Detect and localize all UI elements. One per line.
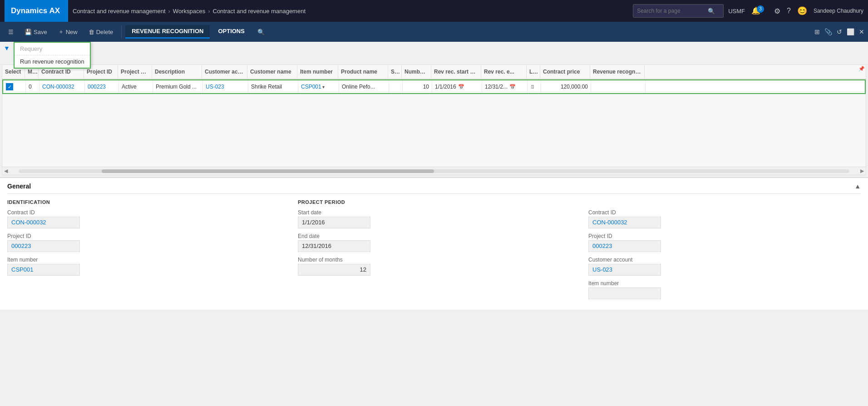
search-toolbar-button[interactable]: 🔍 [253, 26, 269, 38]
customer-account-link[interactable]: US-023 [206, 84, 224, 90]
menu-bar-area: ▼ Requery Run revenue recognition [0, 42, 868, 64]
rev-start-calendar-icon[interactable]: 📅 [458, 84, 464, 90]
item-number-link[interactable]: CSP001 [301, 84, 321, 90]
pin-icon[interactable]: 📌 [858, 66, 865, 72]
save-button[interactable]: 💾 Save [20, 26, 52, 38]
save-label: Save [34, 29, 47, 35]
rev-end-value: 12/31/2... [485, 84, 508, 90]
cell-m: 0 [26, 80, 39, 93]
col-header-product-name: Product name [338, 65, 388, 79]
field-label-right-item-number: Item number [588, 280, 861, 287]
tab-options[interactable]: OPTIONS [212, 25, 251, 39]
dropdown-item-requery[interactable]: Requery [15, 43, 90, 55]
cell-revenue-recognize [591, 80, 646, 93]
field-value-right-project-id[interactable]: 000223 [588, 240, 661, 252]
cell-l: 🗓 [528, 80, 541, 93]
field-right-project-id: Project ID 000223 [588, 233, 861, 252]
breadcrumb-item-1[interactable]: Contract and revenue management [73, 8, 166, 15]
col-header-project-status: Project status [118, 65, 152, 79]
search-input[interactable] [637, 8, 705, 14]
scroll-right-arrow[interactable]: ▶ [858, 168, 866, 174]
field-contract-id: Contract ID CON-000032 [7, 209, 280, 228]
breadcrumb-sep-2: › [208, 8, 210, 15]
search-toolbar-icon: 🔍 [257, 29, 265, 35]
cell-contract-id[interactable]: CON-000032 [39, 80, 85, 93]
delete-label: Delete [96, 29, 113, 35]
col-header-description: Description [152, 65, 202, 79]
office-icon[interactable]: ⊞ [814, 28, 820, 35]
settings-icon[interactable]: ⚙ [774, 7, 780, 15]
right-panel-column: PLACEHOLDER Contract ID CON-000032 Proje… [588, 199, 861, 305]
tab-revenue-recognition[interactable]: REVENUE RECOGNITION [125, 25, 210, 39]
field-right-customer-account: Customer account US-023 [588, 257, 861, 276]
help-icon[interactable]: ? [787, 7, 791, 15]
nav-icons: USMF 🔔3 ⚙ ? 😊 Sandeep Chaudhury [728, 6, 863, 16]
field-value-item-number[interactable]: CSP001 [7, 264, 80, 276]
item-dropdown-icon[interactable]: ▾ [322, 84, 325, 89]
general-section-title: General [7, 183, 31, 190]
notification-icon[interactable]: 🔔3 [751, 6, 768, 15]
general-section-header: General ▲ [7, 178, 861, 194]
table-row[interactable]: ✓ 0 CON-000032 000223 Active Premium Gol… [2, 79, 866, 94]
scroll-track[interactable] [19, 169, 849, 173]
toolbar-right-icons: ⊞ 📎 ↺ ⬜ ✕ [814, 28, 864, 35]
field-label-project-id: Project ID [7, 233, 280, 239]
col-header-customer-name: Customer name [247, 65, 297, 79]
rev-end-calendar-icon[interactable]: 📅 [509, 84, 516, 90]
cell-s [389, 80, 403, 93]
field-label-right-project-id: Project ID [588, 233, 861, 239]
field-value-project-id[interactable]: 000223 [7, 240, 80, 252]
horizontal-scrollbar[interactable]: ◀ ▶ [2, 167, 866, 175]
scroll-thumb[interactable] [102, 169, 434, 173]
row-checkbox[interactable]: ✓ [6, 83, 13, 90]
breadcrumb-item-2[interactable]: Workspaces [173, 8, 205, 15]
delete-button[interactable]: 🗑 Delete [84, 26, 118, 38]
field-start-date: Start date 1/1/2016 [298, 209, 570, 228]
field-value-right-contract-id[interactable]: CON-000032 [588, 217, 661, 228]
cell-description: Premium Gold ... [153, 80, 203, 93]
dropdown-item-run-revenue[interactable]: Run revenue recognition [15, 55, 90, 68]
field-value-num-months[interactable]: 12 [298, 264, 370, 276]
field-value-contract-id[interactable]: CON-000032 [7, 217, 80, 228]
section-collapse-icon[interactable]: ▲ [854, 183, 861, 190]
field-value-right-item-number[interactable] [588, 287, 661, 299]
field-value-end-date[interactable]: 12/31/2016 [298, 240, 370, 252]
refresh-icon[interactable]: ↺ [837, 28, 842, 35]
col-header-l: L... [527, 65, 540, 79]
cell-project-status: Active [119, 80, 153, 93]
field-right-contract-id: Contract ID CON-000032 [588, 209, 861, 228]
close-icon[interactable]: ✕ [859, 28, 864, 35]
field-label-contract-id: Contract ID [7, 209, 280, 216]
col-header-num-of: Number of... [402, 65, 431, 79]
cell-project-id[interactable]: 000223 [85, 80, 119, 93]
grid-wrapper: 📌 Select M... Contract ID Project ID Pro… [2, 64, 866, 175]
breadcrumb-sep-1: › [168, 8, 170, 15]
hamburger-button[interactable]: ☰ [4, 26, 18, 38]
notification-badge: 3 [757, 5, 764, 13]
field-num-months: Number of months 12 [298, 257, 570, 276]
toolbar: ☰ 💾 Save ＋ New 🗑 Delete REVENUE RECOGNIT… [0, 22, 868, 42]
col-header-s: S... [388, 65, 402, 79]
filter-icon[interactable]: ▼ [4, 45, 10, 52]
col-header-rev-end: Rev rec. e... [481, 65, 527, 79]
cell-select[interactable]: ✓ [3, 80, 26, 93]
l-icon[interactable]: 🗓 [530, 84, 535, 89]
delete-icon: 🗑 [89, 29, 94, 35]
field-value-right-customer-account[interactable]: US-023 [588, 264, 661, 276]
maximize-icon[interactable]: ⬜ [847, 28, 854, 35]
field-value-start-date[interactable]: 1/1/2016 [298, 217, 370, 228]
user-icon[interactable]: 😊 [797, 6, 807, 16]
field-end-date: End date 12/31/2016 [298, 233, 570, 252]
hamburger-icon: ☰ [8, 29, 14, 35]
field-label-item-number: Item number [7, 257, 280, 263]
paperclip-icon[interactable]: 📎 [824, 28, 832, 35]
search-box[interactable]: 🔍 [633, 4, 724, 18]
breadcrumb-item-3[interactable]: Contract and revenue management [213, 8, 306, 15]
grid-empty-space [2, 94, 866, 167]
project-period-title: PROJECT PERIOD [298, 199, 570, 205]
col-header-customer-account: Customer account [202, 65, 247, 79]
field-project-id: Project ID 000223 [7, 233, 280, 252]
cell-number-of: 10 [403, 80, 432, 93]
scroll-left-arrow[interactable]: ◀ [2, 168, 10, 174]
new-button[interactable]: ＋ New [54, 25, 82, 39]
